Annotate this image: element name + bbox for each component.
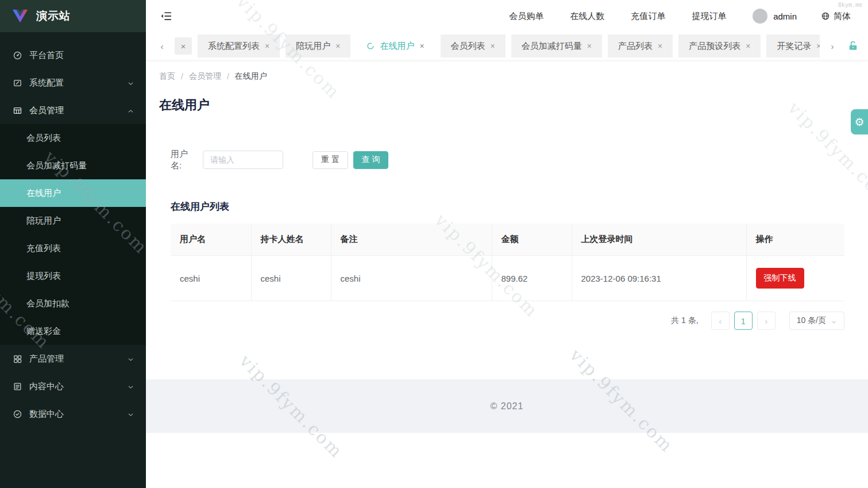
member-submenu: 会员列表 会员加减打码量 在线用户 陪玩用户 充值列表 提现列表 会员加扣款 赠… bbox=[0, 124, 146, 345]
sidebar-item-online-users[interactable]: 在线用户 bbox=[0, 179, 146, 207]
page-title: 在线用户 bbox=[159, 97, 868, 114]
query-button[interactable]: 查 询 bbox=[353, 151, 388, 169]
language-switcher[interactable]: 简体 bbox=[821, 11, 851, 22]
gear-icon: ⚙ bbox=[854, 116, 864, 129]
sidebar-fold-icon[interactable] bbox=[160, 10, 172, 22]
sidebar-item-withdraw-list[interactable]: 提现列表 bbox=[0, 262, 146, 290]
dashboard-icon bbox=[13, 51, 22, 60]
page-number[interactable]: 1 bbox=[734, 312, 753, 330]
page-footer: © 2021 bbox=[146, 379, 868, 433]
header-link-online-count[interactable]: 在线人数 bbox=[570, 11, 604, 22]
cell-username: ceshi bbox=[171, 256, 251, 301]
next-page-icon[interactable]: › bbox=[757, 312, 776, 330]
page-size-select[interactable]: 10 条/页 bbox=[789, 312, 844, 330]
col-actions: 操作 bbox=[746, 224, 844, 256]
chevron-down-icon bbox=[127, 355, 134, 363]
data-check-icon bbox=[13, 409, 22, 419]
sidebar-item-data-center[interactable]: 数据中心 bbox=[0, 400, 146, 428]
chevron-up-icon bbox=[127, 107, 134, 114]
col-username: 用户名 bbox=[171, 224, 251, 256]
close-icon[interactable]: × bbox=[658, 41, 662, 51]
page-content: 首页 / 会员管理 / 在线用户 在线用户 用户名: 重 置 查 询 在线用户列… bbox=[146, 60, 868, 379]
tab-lottery-records[interactable]: 开奖记录× bbox=[766, 34, 820, 57]
sidebar-item-member-adjust-funds[interactable]: 会员加扣款 bbox=[0, 290, 146, 317]
products-grid-icon bbox=[13, 354, 22, 364]
sidebar-item-product-management[interactable]: 产品管理 bbox=[0, 345, 146, 372]
tab-system-config-list[interactable]: 系统配置列表× bbox=[198, 34, 280, 57]
breadcrumb-home[interactable]: 首页 bbox=[159, 71, 175, 82]
pagination-total: 共 1 条, bbox=[671, 316, 698, 326]
settings-drawer-button[interactable]: ⚙ bbox=[851, 109, 868, 135]
pagination: 共 1 条, ‹ 1 › 10 条/页 bbox=[171, 312, 844, 330]
app-title: 演示站 bbox=[36, 9, 71, 24]
sidebar-item-member-list[interactable]: 会员列表 bbox=[0, 124, 146, 152]
close-icon[interactable]: × bbox=[419, 41, 424, 51]
app-logo[interactable]: 演示站 bbox=[0, 0, 146, 32]
sidebar-item-home[interactable]: 平台首页 bbox=[0, 41, 146, 69]
breadcrumb-current: 在线用户 bbox=[235, 71, 267, 82]
header-nav: 会员购单 在线人数 充值订单 提现订单 bbox=[509, 11, 726, 22]
top-header: 会员购单 在线人数 充值订单 提现订单 admin 简体 bbox=[146, 0, 868, 32]
close-icon[interactable]: × bbox=[491, 41, 495, 51]
table-header-row: 用户名 持卡人姓名 备注 金额 上次登录时间 操作 bbox=[171, 224, 844, 256]
cell-amount: 899.62 bbox=[492, 256, 572, 301]
copyright: © 2021 bbox=[491, 401, 524, 412]
close-icon[interactable]: × bbox=[816, 41, 820, 51]
avatar bbox=[753, 9, 767, 24]
tab-product-list[interactable]: 产品列表× bbox=[608, 34, 673, 57]
tab-member-list[interactable]: 会员列表× bbox=[441, 34, 506, 57]
tabs-close-icon[interactable]: × bbox=[175, 37, 192, 55]
header-link-withdraw-orders[interactable]: 提现订单 bbox=[692, 11, 726, 22]
header-link-member-orders[interactable]: 会员购单 bbox=[509, 11, 543, 22]
edit-icon bbox=[13, 78, 22, 88]
open-tabs: 系统配置列表× 陪玩用户× 在线用户× 会员列表× 会员加减打码量× 产品列表× bbox=[198, 34, 820, 57]
close-icon[interactable]: × bbox=[587, 41, 592, 51]
close-icon[interactable]: × bbox=[746, 41, 750, 51]
prev-page-icon[interactable]: ‹ bbox=[711, 312, 730, 330]
online-users-table: 用户名 持卡人姓名 备注 金额 上次登录时间 操作 ceshi ceshi ce… bbox=[171, 224, 844, 301]
tab-member-bet-adjust[interactable]: 会员加减打码量× bbox=[511, 34, 602, 57]
username-input[interactable] bbox=[203, 151, 283, 169]
tab-product-preset-list[interactable]: 产品预设列表× bbox=[678, 34, 761, 57]
sidebar-item-member-management[interactable]: 会员管理 bbox=[0, 97, 146, 124]
sidebar-item-recharge-list[interactable]: 充值列表 bbox=[0, 235, 146, 262]
close-icon[interactable]: × bbox=[335, 41, 340, 51]
chevron-down-icon bbox=[127, 383, 134, 390]
language-label: 简体 bbox=[834, 11, 851, 22]
sidebar: 演示站 平台首页 系统配置 bbox=[0, 0, 146, 488]
cell-last-login: 2023-12-06 09:16:31 bbox=[572, 256, 746, 301]
filter-form: 用户名: 重 置 查 询 bbox=[171, 148, 868, 171]
tabs-scroll-left-icon[interactable]: ‹ bbox=[155, 39, 169, 53]
content-doc-icon bbox=[13, 382, 22, 391]
tabbar-right-controls: › bbox=[825, 39, 861, 53]
vue-logo-icon bbox=[11, 7, 29, 25]
table-row: ceshi ceshi ceshi 899.62 2023-12-06 09:1… bbox=[171, 256, 844, 301]
sidebar-item-content-center[interactable]: 内容中心 bbox=[0, 372, 146, 400]
tab-online-users[interactable]: 在线用户× bbox=[356, 34, 434, 57]
col-remark: 备注 bbox=[331, 224, 492, 256]
col-amount: 金额 bbox=[492, 224, 572, 256]
sidebar-item-member-bet-adjust[interactable]: 会员加减打码量 bbox=[0, 152, 146, 179]
header-link-recharge-orders[interactable]: 充值订单 bbox=[631, 11, 665, 22]
breadcrumb: 首页 / 会员管理 / 在线用户 bbox=[159, 71, 868, 82]
close-icon[interactable]: × bbox=[265, 41, 269, 51]
sidebar-item-bonus-gift[interactable]: 赠送彩金 bbox=[0, 317, 146, 345]
sidebar-item-companion-users[interactable]: 陪玩用户 bbox=[0, 207, 146, 235]
col-cardholder: 持卡人姓名 bbox=[251, 224, 331, 256]
unlock-icon[interactable] bbox=[847, 40, 859, 52]
tabs-scroll-right-icon[interactable]: › bbox=[825, 39, 839, 53]
members-table-icon bbox=[13, 106, 22, 116]
sidebar-item-system-config[interactable]: 系统配置 bbox=[0, 69, 146, 97]
sidebar-menu: 平台首页 系统配置 会员管理 会员列表 bbox=[0, 32, 146, 428]
breadcrumb-member-management[interactable]: 会员管理 bbox=[189, 71, 221, 82]
force-offline-button[interactable]: 强制下线 bbox=[756, 268, 804, 289]
reset-button[interactable]: 重 置 bbox=[313, 151, 348, 169]
chevron-down-icon bbox=[127, 79, 134, 87]
user-menu[interactable]: admin bbox=[753, 9, 797, 24]
col-last-login: 上次登录时间 bbox=[572, 224, 746, 256]
section-title: 在线用户列表 bbox=[171, 200, 868, 213]
tab-bar: ‹ × 系统配置列表× 陪玩用户× 在线用户× 会员列表× 会员加减打码量× bbox=[146, 32, 868, 60]
tab-companion-users[interactable]: 陪玩用户× bbox=[286, 34, 350, 57]
main-area: 会员购单 在线人数 充值订单 提现订单 admin 简体 ‹ × 系统配置列表× bbox=[146, 0, 868, 488]
username: admin bbox=[773, 11, 797, 21]
